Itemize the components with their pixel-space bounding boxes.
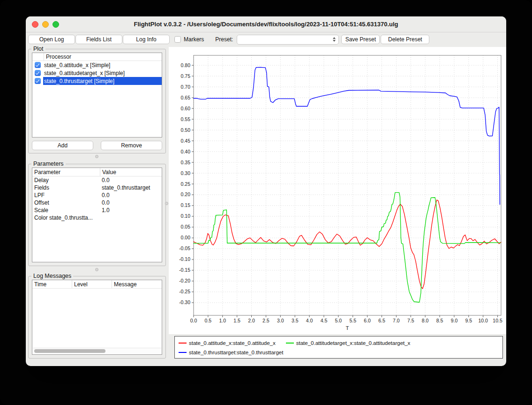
svg-text:0.75: 0.75 [181,73,191,79]
svg-text:0.65: 0.65 [181,95,191,100]
svg-text:0.45: 0.45 [181,138,191,144]
splitter-handle[interactable] [165,202,168,205]
parameter-name: Color state_0.thrustta... [32,214,100,221]
svg-text:0.70: 0.70 [181,84,191,90]
plot-panel: Plot Processor state_0.attitude_x [Simpl… [28,49,166,153]
svg-text:3.5: 3.5 [292,318,299,323]
legend-line-green-icon [286,343,294,344]
svg-text:2.0: 2.0 [248,318,255,323]
chevron-up-icon [333,37,336,39]
horizontal-scrollbar[interactable] [33,348,161,354]
processor-column-header: Processor [44,53,71,60]
log-messages-panel-title: Log Messages [31,273,73,279]
checkbox-icon[interactable] [35,70,41,76]
combobox-stepper-icon[interactable] [331,36,337,43]
title-bar[interactable]: FlightPlot v.0.3.2 - /Users/oleg/Documen… [26,16,506,32]
legend-line-red-icon [179,343,187,344]
legend-label: state_0.thrusttarget:state_0.thrusttarge… [189,350,283,355]
svg-text:0.40: 0.40 [181,149,191,154]
screen-background: FlightPlot v.0.3.2 - /Users/oleg/Documen… [0,0,532,405]
chevron-down-icon [333,40,336,42]
svg-text:7.5: 7.5 [407,318,414,323]
processor-list[interactable]: Processor state_0.attitude_x [Simple] st… [32,53,162,138]
markers-label: Markers [184,36,204,43]
parameters-panel-title: Parameters [31,160,66,167]
svg-text:0.60: 0.60 [181,106,191,111]
svg-text:1.0: 1.0 [219,318,226,323]
zoom-window-button[interactable] [52,21,59,28]
svg-text:0.55: 0.55 [181,116,191,122]
log-table-header: Time Level Message [32,280,162,289]
svg-text:6.5: 6.5 [378,318,385,323]
log-info-button[interactable]: Log Info [123,35,170,44]
remove-button[interactable]: Remove [101,141,162,150]
parameter-value[interactable]: 0.0 [100,177,162,183]
list-item-label: state_0.attitude_x [Simple] [44,62,110,69]
svg-text:0.50: 0.50 [181,127,191,133]
checkbox-column-spacer [32,53,44,61]
save-preset-button[interactable]: Save Preset [341,35,380,44]
svg-text:-0.25: -0.25 [179,289,190,294]
flightplot-window: FlightPlot v.0.3.2 - /Users/oleg/Documen… [26,16,506,366]
preset-label: Preset: [215,36,233,43]
svg-text:0.05: 0.05 [181,224,191,229]
splitter-handle[interactable] [95,155,98,158]
preset-combobox[interactable] [237,35,339,45]
parameters-panel: Parameters Parameter Value Delay 0.0 Fie… [28,164,166,266]
svg-text:0.20: 0.20 [181,191,191,197]
svg-text:0.80: 0.80 [181,62,191,68]
fields-list-button[interactable]: Fields List [75,35,122,44]
list-item[interactable]: state_0.attitudetarget_x [Simple] [32,69,162,77]
toolbar: Open Log Fields List Log Info Markers Pr… [26,34,506,45]
open-log-button[interactable]: Open Log [28,35,75,44]
svg-text:5.0: 5.0 [335,318,342,323]
svg-text:1.5: 1.5 [233,318,240,323]
svg-text:0.35: 0.35 [181,160,191,165]
message-column-header: Message [112,281,162,288]
parameter-value[interactable]: 0.0 [100,192,162,199]
traffic-lights [32,21,59,28]
table-row[interactable]: Delay 0.0 [32,176,162,184]
svg-text:10.5: 10.5 [493,318,502,323]
close-window-button[interactable] [32,21,38,28]
list-item-label: state_0.thrusttarget [Simple] [44,78,114,84]
svg-text:4.5: 4.5 [321,318,328,323]
svg-text:0.00: 0.00 [181,235,191,240]
svg-text:8.5: 8.5 [436,318,443,323]
svg-text:-0.05: -0.05 [179,245,190,251]
parameter-name: Fields [32,184,100,191]
minimize-window-button[interactable] [42,21,49,28]
table-row[interactable]: Fields state_0.thrusttarget [32,184,162,191]
svg-text:0.30: 0.30 [181,170,191,176]
parameters-table[interactable]: Parameter Value Delay 0.0 Fields state_0… [32,168,162,262]
list-item[interactable]: state_0.attitude_x [Simple] [32,61,162,69]
table-row[interactable]: Offset 0.0 [32,199,162,206]
value-column-header: Value [100,169,162,176]
svg-text:0.0: 0.0 [190,318,197,323]
parameter-name: Delay [32,177,100,183]
table-row[interactable]: Scale 1.0 [32,206,162,214]
splitter-handle[interactable] [95,268,98,271]
table-row[interactable]: Color state_0.thrustta... [32,214,162,222]
table-row[interactable]: LPF 0.0 [32,191,162,199]
parameter-value[interactable]: state_0.thrusttarget [100,184,162,191]
svg-text:9.5: 9.5 [465,318,472,323]
parameter-column-header: Parameter [32,168,100,176]
parameter-name: Offset [32,199,100,206]
svg-text:4.0: 4.0 [306,318,313,323]
log-messages-table[interactable]: Time Level Message [32,280,162,355]
parameter-value[interactable]: 1.0 [100,207,162,214]
window-title: FlightPlot v.0.3.2 - /Users/oleg/Documen… [134,21,398,28]
svg-text:-0.10: -0.10 [179,256,190,262]
checkbox-icon[interactable] [35,62,41,68]
delete-preset-button[interactable]: Delete Preset [381,35,429,44]
scrollbar-thumb[interactable] [34,349,105,353]
svg-text:5.5: 5.5 [349,318,356,323]
processor-list-header: Processor [32,53,162,61]
list-item[interactable]: state_0.thrusttarget [Simple] [32,77,162,85]
parameter-value[interactable]: 0.0 [100,199,162,206]
chart[interactable]: 0.800.750.700.650.600.550.500.450.400.35… [169,47,506,334]
add-button[interactable]: Add [32,141,93,150]
markers-checkbox[interactable] [174,36,181,43]
checkbox-icon[interactable] [35,78,41,84]
